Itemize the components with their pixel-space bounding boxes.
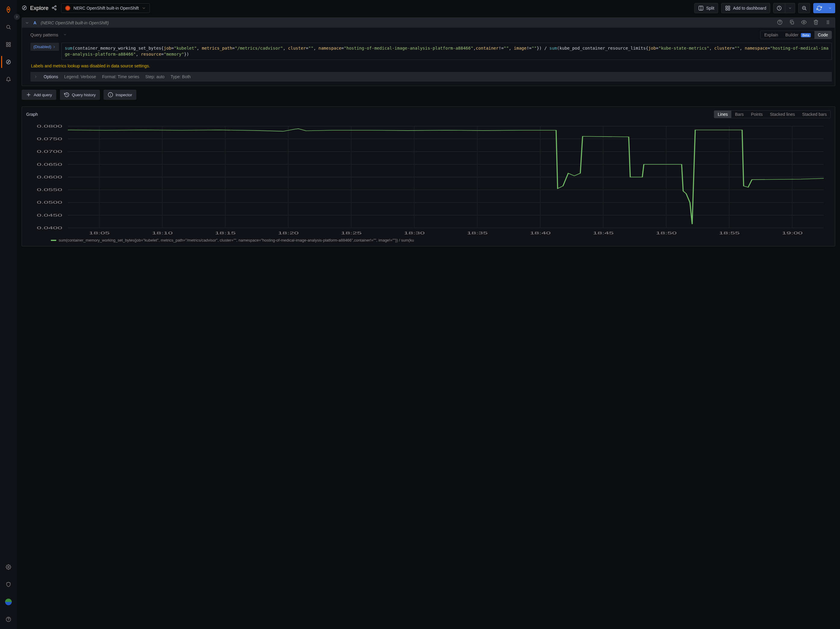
columns-icon	[698, 5, 704, 11]
dashboards-icon[interactable]	[1, 38, 16, 50]
collapse-icon[interactable]	[25, 21, 29, 25]
history-icon	[64, 92, 69, 98]
viz-points[interactable]: Points	[747, 111, 766, 118]
copy-icon[interactable]	[788, 20, 796, 26]
inspector-button[interactable]: Inspector	[104, 90, 136, 100]
query-header[interactable]: A (NERC OpenShift built-in OpenShift)	[22, 18, 835, 28]
legend-swatch	[51, 240, 56, 241]
query-letter[interactable]: A	[33, 20, 36, 25]
legend[interactable]: sum(container_memory_working_set_bytes{j…	[22, 236, 835, 246]
svg-text:18:05: 18:05	[89, 231, 109, 235]
svg-line-18	[53, 6, 55, 7]
datasource-picker[interactable]: NERC OpenShift built-in OpenShift	[61, 3, 150, 13]
refresh-group[interactable]	[813, 3, 835, 13]
help-icon[interactable]	[776, 20, 784, 26]
settings-icon[interactable]	[1, 561, 16, 573]
grafana-logo[interactable]	[1, 4, 16, 16]
svg-text:18:55: 18:55	[719, 231, 739, 235]
svg-point-7	[6, 60, 11, 64]
time-picker[interactable]	[773, 3, 795, 13]
svg-text:0.0500: 0.0500	[37, 201, 62, 205]
svg-point-0	[8, 9, 9, 10]
add-query-button[interactable]: Add query	[22, 90, 56, 100]
svg-rect-4	[9, 43, 11, 44]
explain-button[interactable]: Explain	[761, 31, 782, 39]
clock-icon[interactable]	[773, 3, 785, 13]
svg-text:18:35: 18:35	[467, 231, 488, 235]
svg-point-34	[829, 21, 829, 21]
time-chevron[interactable]	[785, 3, 795, 13]
compass-icon	[22, 5, 27, 11]
viz-switch: LinesBarsPointsStacked linesStacked bars	[714, 110, 831, 118]
svg-point-9	[8, 566, 9, 568]
chevron-down-icon[interactable]	[63, 33, 67, 37]
add-dashboard-button[interactable]: Add to dashboard	[721, 3, 770, 13]
beta-badge: Beta	[801, 33, 811, 37]
svg-text:18:30: 18:30	[404, 231, 425, 235]
svg-text:18:50: 18:50	[656, 231, 677, 235]
opt-format: Format: Time series	[102, 74, 139, 79]
svg-rect-22	[728, 6, 730, 8]
metrics-browser-toggle[interactable]: (Disabled)	[30, 43, 59, 51]
legend-text: sum(container_memory_working_set_bytes{j…	[59, 238, 414, 243]
viz-bars[interactable]: Bars	[731, 111, 747, 118]
alerting-icon[interactable]	[1, 73, 16, 85]
search-icon[interactable]	[1, 21, 16, 33]
share-icon[interactable]	[52, 5, 57, 11]
sidebar-expand-button[interactable]	[14, 14, 20, 20]
builder-button[interactable]: Builder Beta	[782, 31, 814, 39]
chart[interactable]: 0.04000.04500.05000.05500.06000.06500.07…	[26, 123, 831, 236]
chevron-right-icon	[34, 75, 38, 79]
svg-line-27	[805, 9, 806, 10]
svg-text:18:20: 18:20	[278, 231, 298, 235]
viz-stacked-bars[interactable]: Stacked bars	[799, 111, 831, 118]
drag-icon[interactable]	[824, 20, 832, 26]
options-title: Options	[44, 74, 58, 79]
prometheus-icon	[65, 5, 70, 11]
svg-rect-5	[9, 45, 11, 47]
svg-rect-6	[6, 45, 8, 47]
query-patterns-label[interactable]: Query patterns	[30, 33, 58, 37]
opt-legend: Legend: Verbose	[64, 74, 96, 79]
svg-rect-3	[6, 43, 8, 44]
svg-point-36	[829, 22, 829, 22]
code-button[interactable]: Code	[815, 31, 832, 39]
svg-point-1	[6, 25, 10, 28]
chevron-down-icon	[142, 6, 146, 10]
svg-text:0.0700: 0.0700	[37, 150, 62, 154]
query-row: A (NERC OpenShift built-in OpenShift) Qu…	[22, 17, 835, 86]
svg-point-37	[827, 24, 828, 24]
profile-icon[interactable]	[1, 596, 16, 608]
help-icon[interactable]	[1, 613, 16, 625]
zoom-out-button[interactable]	[798, 3, 810, 13]
disabled-label: (Disabled)	[33, 44, 51, 49]
viz-lines[interactable]: Lines	[714, 111, 731, 118]
eye-icon[interactable]	[800, 20, 808, 26]
svg-text:18:25: 18:25	[341, 231, 362, 235]
explore-icon[interactable]	[1, 56, 16, 68]
svg-text:0.0450: 0.0450	[37, 213, 62, 218]
split-button[interactable]: Split	[694, 3, 718, 13]
svg-text:18:40: 18:40	[530, 231, 551, 235]
shield-icon[interactable]	[1, 579, 16, 591]
query-history-button[interactable]: Query history	[60, 90, 100, 100]
svg-rect-31	[791, 22, 794, 24]
svg-point-33	[827, 21, 828, 21]
viz-stacked-lines[interactable]: Stacked lines	[766, 111, 799, 118]
svg-text:18:15: 18:15	[215, 231, 236, 235]
svg-text:0.0600: 0.0600	[37, 175, 62, 179]
options-row[interactable]: Options Legend: Verbose Format: Time ser…	[30, 72, 832, 82]
query-editor[interactable]: sum(container_memory_working_set_bytes{j…	[62, 43, 832, 60]
svg-point-38	[829, 24, 829, 24]
svg-text:0.0800: 0.0800	[37, 124, 62, 128]
svg-rect-23	[728, 9, 730, 10]
svg-point-12	[22, 6, 27, 10]
info-icon	[108, 92, 113, 98]
graph-panel: Graph LinesBarsPointsStacked linesStacke…	[22, 107, 835, 246]
trash-icon[interactable]	[812, 20, 820, 26]
opt-step: Step: auto	[145, 74, 165, 79]
refresh-interval[interactable]	[825, 3, 835, 13]
apps-icon	[725, 5, 731, 11]
refresh-button[interactable]	[813, 3, 825, 13]
svg-text:18:10: 18:10	[152, 231, 173, 235]
